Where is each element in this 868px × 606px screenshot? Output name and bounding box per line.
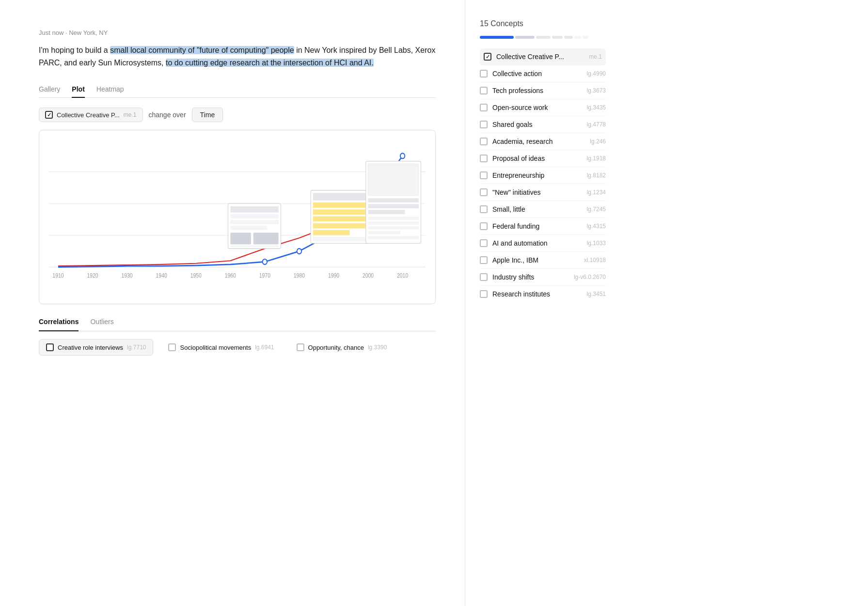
svg-text:1930: 1930 <box>121 273 132 279</box>
svg-text:1940: 1940 <box>156 273 167 279</box>
sidebar-concept-name-2: Tech professions <box>492 87 582 94</box>
sidebar-concept-name-3: Open-source work <box>492 104 582 111</box>
main-panel: Just now · New York, NY I'm hoping to bu… <box>0 0 465 606</box>
sidebar-concept-8[interactable]: "New" initiatives lg.1234 <box>480 184 606 201</box>
sidebar-checkbox-6[interactable] <box>480 155 488 162</box>
sidebar-concept-name-0: Collective Creative P... <box>496 53 584 61</box>
sidebar-checkbox-11[interactable] <box>480 239 488 247</box>
svg-rect-24 <box>368 204 419 208</box>
sidebar-checkbox-0[interactable] <box>484 53 491 61</box>
tab-correlations[interactable]: Correlations <box>39 316 79 331</box>
svg-rect-13 <box>313 193 368 201</box>
sidebar-concept-name-4: Shared goals <box>492 121 582 128</box>
sidebar-checkbox-7[interactable] <box>480 171 488 179</box>
sidebar-concept-12[interactable]: Apple Inc., IBM xl.10918 <box>480 252 606 269</box>
sidebar-checkbox-8[interactable] <box>480 188 488 196</box>
svg-text:2010: 2010 <box>397 273 408 279</box>
chart-thumbnail-1970[interactable] <box>228 203 281 249</box>
progress-seg-1 <box>515 36 535 39</box>
svg-rect-5 <box>230 206 278 213</box>
svg-rect-7 <box>230 220 278 224</box>
sidebar-concept-0[interactable]: Collective Creative P... me.1 <box>480 48 606 65</box>
meta-info: Just now · New York, NY <box>39 29 436 36</box>
tab-gallery[interactable]: Gallery <box>39 82 60 98</box>
time-selector[interactable]: Time <box>192 108 223 122</box>
correlation-item-2[interactable]: Opportunity, chance lg.3390 <box>289 339 395 356</box>
progress-seg-0 <box>480 36 514 39</box>
corr-name-1: Sociopolitical movements <box>180 344 251 351</box>
sidebar-checkbox-9[interactable] <box>480 205 488 213</box>
svg-rect-14 <box>313 202 368 208</box>
sidebar-checkbox-13[interactable] <box>480 273 488 281</box>
data-point-1970[interactable] <box>263 259 267 264</box>
sidebar-concept-10[interactable]: Federal funding lg.4315 <box>480 218 606 235</box>
tab-heatmap[interactable]: Heatmap <box>96 82 124 98</box>
sidebar-concept-id-6: lg.1918 <box>587 155 606 162</box>
data-point-2010[interactable] <box>400 154 405 159</box>
sidebar-checkbox-1[interactable] <box>480 70 488 78</box>
sidebar-checkbox-12[interactable] <box>480 256 488 264</box>
sidebar-checkbox-10[interactable] <box>480 222 488 230</box>
svg-rect-23 <box>368 198 419 202</box>
corr-checkbox-0[interactable] <box>46 343 54 351</box>
correlation-item-1[interactable]: Sociopolitical movements lg.6941 <box>161 339 281 356</box>
sidebar-concept-1[interactable]: Collective action lg.4990 <box>480 65 606 82</box>
sidebar-concept-11[interactable]: AI and automation lg.1033 <box>480 235 606 252</box>
svg-text:1970: 1970 <box>259 273 270 279</box>
svg-text:2000: 2000 <box>363 273 374 279</box>
sidebar-checkbox-14[interactable] <box>480 290 488 298</box>
sidebar-concept-name-8: "New" initiatives <box>492 188 582 196</box>
sidebar-concept-id-0: me.1 <box>589 53 602 60</box>
sidebar-concept-3[interactable]: Open-source work lg.3435 <box>480 99 606 116</box>
sidebar-concept-6[interactable]: Proposal of ideas lg.1918 <box>480 150 606 167</box>
sidebar-concept-2[interactable]: Tech professions lg.3673 <box>480 82 606 99</box>
highlight-2: to do cutting edge research at the inter… <box>166 59 374 67</box>
sidebar-checkbox-4[interactable] <box>480 121 488 128</box>
sidebar-concept-id-9: lg.7245 <box>587 206 606 213</box>
correlation-item-0[interactable]: Creative role interviews lg.7710 <box>39 339 153 356</box>
concept-badge-id: me.1 <box>124 111 137 118</box>
svg-text:1950: 1950 <box>190 273 202 279</box>
svg-text:1990: 1990 <box>328 273 339 279</box>
sidebar-checkbox-5[interactable] <box>480 138 488 145</box>
change-over-label: change over <box>149 111 186 119</box>
sidebar-concept-9[interactable]: Small, little lg.7245 <box>480 201 606 218</box>
sidebar-concept-id-12: xl.10918 <box>584 257 606 264</box>
sidebar-concept-5[interactable]: Academia, research lg.246 <box>480 133 606 150</box>
progress-bar <box>480 36 606 39</box>
sidebar-checkbox-2[interactable] <box>480 87 488 94</box>
tab-outliers[interactable]: Outliers <box>90 316 113 331</box>
progress-seg-6 <box>583 36 588 39</box>
sidebar-concept-name-10: Federal funding <box>492 222 582 230</box>
corr-name-2: Opportunity, chance <box>308 344 364 351</box>
svg-rect-30 <box>368 236 419 239</box>
sidebar-concept-7[interactable]: Entrepreneurship lg.8182 <box>480 167 606 184</box>
concept-checkbox[interactable] <box>45 111 53 119</box>
svg-rect-27 <box>368 222 419 225</box>
sidebar-concept-name-1: Collective action <box>492 70 582 78</box>
data-point-1980[interactable] <box>297 249 301 254</box>
sidebar-concept-14[interactable]: Research institutes lg.3451 <box>480 286 606 302</box>
sidebar: 15 Concepts Collective Creative P... me.… <box>465 0 620 606</box>
sidebar-title: 15 Concepts <box>480 19 606 28</box>
svg-rect-25 <box>368 210 405 215</box>
sidebar-concept-13[interactable]: Industry shifts lg-v6.0.2670 <box>480 269 606 286</box>
sidebar-concept-id-3: lg.3435 <box>587 104 606 111</box>
corr-checkbox-1[interactable] <box>168 343 176 351</box>
corr-checkbox-2[interactable] <box>297 343 304 351</box>
corr-id-0: lg.7710 <box>127 344 146 351</box>
concept-list: Collective Creative P... me.1 Collective… <box>480 48 606 302</box>
plot-controls: Collective Creative P... me.1 change ove… <box>39 108 436 122</box>
chart-thumbnail-2010[interactable] <box>366 161 421 243</box>
svg-rect-28 <box>368 226 419 230</box>
sidebar-concept-id-14: lg.3451 <box>587 291 606 297</box>
concept-selector[interactable]: Collective Creative P... me.1 <box>39 108 143 122</box>
sidebar-concept-4[interactable]: Shared goals lg.4778 <box>480 116 606 133</box>
concept-badge-name: Collective Creative P... <box>57 111 120 119</box>
sidebar-concept-id-4: lg.4778 <box>587 121 606 128</box>
correlations-grid: Creative role interviews lg.7710 Sociopo… <box>39 339 436 356</box>
chart-thumbnail-1990[interactable] <box>311 190 370 243</box>
sidebar-checkbox-3[interactable] <box>480 104 488 111</box>
sidebar-concept-name-12: Apple Inc., IBM <box>492 256 579 264</box>
tab-plot[interactable]: Plot <box>72 82 84 98</box>
